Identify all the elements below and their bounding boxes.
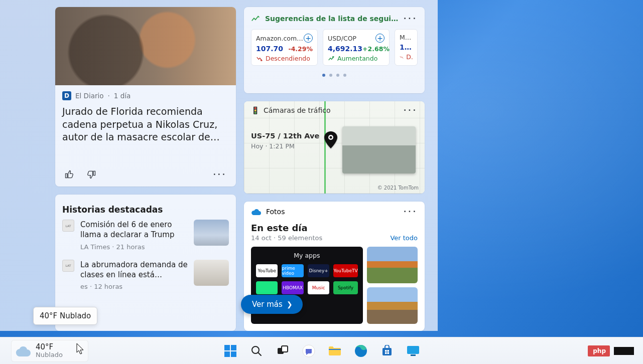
app-icon: YouTubeTV xyxy=(333,264,357,277)
map-copyright: © 2021 TomTom xyxy=(377,185,419,191)
tray-icon xyxy=(614,347,634,355)
app-icon: Music xyxy=(308,281,329,294)
svg-rect-16 xyxy=(387,352,389,354)
watchlist-pagination-dots[interactable] xyxy=(322,74,346,77)
ticker-trend: Descendiendo xyxy=(266,55,310,62)
edge-button[interactable] xyxy=(351,341,371,361)
photos-more-button[interactable]: ··· xyxy=(404,208,418,216)
svg-rect-4 xyxy=(224,351,230,357)
photo-thumbnail[interactable] xyxy=(367,287,418,324)
svg-rect-10 xyxy=(329,349,341,350)
featured-item[interactable]: LAT La abrumadora demanda de clases en l… xyxy=(62,260,229,291)
featured-title: La abrumadora demanda de clases en línea… xyxy=(80,260,188,280)
featured-age: 21 horas xyxy=(116,243,145,251)
traffic-more-button[interactable]: ··· xyxy=(404,106,418,114)
search-button[interactable] xyxy=(246,341,267,361)
widgets-column-left: D El Diario · 1 día Jurado de Florida re… xyxy=(55,7,236,331)
ticker-change: +2.68% xyxy=(362,45,390,53)
taskbar-weather-widget[interactable]: 40°F Nublado xyxy=(11,340,88,362)
ticker-trend: D… xyxy=(406,53,413,61)
php-badge: php xyxy=(588,345,610,356)
ticker-name: Meta xyxy=(400,34,413,41)
ticker-name: Amazon.com… xyxy=(256,35,303,42)
svg-rect-3 xyxy=(231,345,236,350)
ticker-card[interactable]: Meta+ 127.60 D… xyxy=(395,29,418,66)
onedrive-icon xyxy=(251,208,261,215)
see-more-button[interactable]: Ver más❯ xyxy=(241,295,303,314)
traffic-location: US-75 / 12th Ave xyxy=(251,131,319,140)
task-view-button[interactable] xyxy=(273,341,293,361)
traffic-heading: Cámaras de tráfico xyxy=(264,106,331,114)
watchlist-heading: Sugerencias de la lista de seguimie… xyxy=(265,15,399,23)
traffic-time: Hoy · 1:21 PM xyxy=(251,142,319,150)
ticker-price: 107.70 xyxy=(256,45,283,53)
add-ticker-button[interactable]: + xyxy=(304,34,313,43)
ticker-card[interactable]: USD/COP+ 4,692.13+2.68% Aumentando xyxy=(323,29,390,66)
ticker-trend: Aumentando xyxy=(337,55,377,62)
photos-heading: Fotos xyxy=(266,208,285,216)
news-headline: Jurado de Florida recomienda cadena perp… xyxy=(62,105,229,144)
featured-source: LA Times xyxy=(80,243,110,251)
camera-pin-icon xyxy=(324,131,337,148)
apps-header: My apps xyxy=(256,252,358,259)
featured-heading: Historias destacadas xyxy=(55,195,236,220)
svg-rect-19 xyxy=(614,347,634,355)
svg-rect-14 xyxy=(387,350,389,352)
see-all-link[interactable]: Ver todo xyxy=(390,234,418,242)
watchlist-more-button[interactable]: ··· xyxy=(404,15,418,23)
like-button[interactable] xyxy=(62,167,76,181)
ticker-price: 127.60 xyxy=(400,43,413,51)
weather-condition: Nublado xyxy=(36,351,63,358)
svg-rect-18 xyxy=(411,354,416,356)
app-icon: HBOMAX xyxy=(282,281,303,294)
svg-rect-2 xyxy=(224,345,230,350)
add-ticker-button[interactable]: + xyxy=(375,34,384,43)
taskbar-center xyxy=(220,341,423,361)
svg-point-1 xyxy=(330,136,332,139)
store-button[interactable] xyxy=(377,341,397,361)
svg-rect-12 xyxy=(382,348,392,355)
news-age: 1 día xyxy=(114,92,131,100)
photo-thumbnail[interactable] xyxy=(367,247,418,283)
file-explorer-button[interactable] xyxy=(325,341,345,361)
news-meta: D El Diario · 1 día xyxy=(62,91,229,100)
news-more-button[interactable]: ··· xyxy=(211,169,229,180)
svg-rect-8 xyxy=(282,346,288,352)
widgets-column-right: Sugerencias de la lista de seguimie… ···… xyxy=(244,7,425,331)
news-image xyxy=(55,7,236,85)
photos-subtitle: 14 oct · 59 elementos xyxy=(251,234,322,242)
featured-item[interactable]: LAT Comisión del 6 de enero llama a decl… xyxy=(62,220,229,251)
chat-button[interactable] xyxy=(299,341,319,361)
svg-rect-17 xyxy=(407,346,419,354)
trend-icon xyxy=(251,14,260,23)
news-source: El Diario xyxy=(75,92,104,100)
weather-tooltip: 40°F Nublado xyxy=(33,307,97,325)
chevron-right-icon: ❯ xyxy=(287,300,293,308)
featured-thumbnail xyxy=(194,260,229,286)
app-icon xyxy=(256,281,278,294)
photos-title: En este día xyxy=(244,219,425,233)
ticker-change: -4.29% xyxy=(288,45,313,53)
widgets-panel: D El Diario · 1 día Jurado de Florida re… xyxy=(0,0,438,331)
featured-source: es xyxy=(80,283,88,290)
traffic-light-icon: 🚦 xyxy=(251,106,260,114)
app-icon: YouTube xyxy=(256,264,278,277)
ticker-price: 4,692.13 xyxy=(328,45,362,53)
weather-temp: 40°F xyxy=(36,343,63,351)
app-button[interactable] xyxy=(403,341,423,361)
news-card[interactable]: D El Diario · 1 día Jurado de Florida re… xyxy=(55,7,236,187)
start-button[interactable] xyxy=(220,341,240,361)
traffic-camera-thumbnail xyxy=(342,126,416,173)
svg-rect-15 xyxy=(385,352,387,354)
taskbar-right: php xyxy=(588,345,634,356)
ticker-card[interactable]: Amazon.com…+ 107.70-4.29% Descendiendo xyxy=(251,29,318,66)
watchlist-card[interactable]: Sugerencias de la lista de seguimie… ···… xyxy=(244,7,425,93)
dislike-button[interactable] xyxy=(84,167,98,181)
featured-thumbnail xyxy=(194,220,229,246)
news-source-logo: D xyxy=(62,91,71,100)
app-icon: Disney+ xyxy=(308,264,329,277)
app-icon: Spotify xyxy=(333,281,357,294)
cloud-icon xyxy=(16,345,31,356)
traffic-card[interactable]: 🚦 Cámaras de tráfico ··· US-75 / 12th Av… xyxy=(244,101,425,194)
featured-source-icon: LAT xyxy=(62,220,74,232)
